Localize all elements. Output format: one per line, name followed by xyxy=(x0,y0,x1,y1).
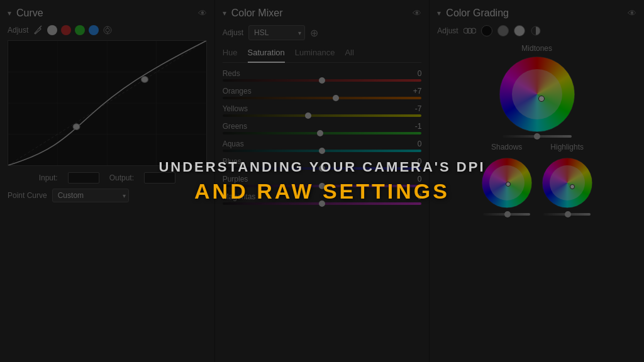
magentas-track[interactable] xyxy=(223,202,422,205)
greens-slider-row: Greens -1 xyxy=(223,122,422,134)
curve-adjust-icons xyxy=(33,25,113,35)
svg-point-16 xyxy=(471,28,476,33)
point-curve-select-wrapper[interactable]: Linear Medium Contrast Strong Contrast C… xyxy=(52,189,129,202)
color-mixer-header: ▾ Color Mixer 👁 xyxy=(223,8,422,19)
panels-container: ▾ Curve 👁 Adjust xyxy=(0,0,644,362)
tab-all[interactable]: All xyxy=(345,48,353,60)
aquas-slider-row: Aquas 0 xyxy=(223,140,422,152)
reds-track[interactable] xyxy=(223,79,422,82)
svg-point-22 xyxy=(550,165,585,200)
color-grading-chevron-icon[interactable]: ▾ xyxy=(437,9,441,18)
aquas-label: Aquas xyxy=(223,140,244,148)
midtones-label: Midtones xyxy=(521,44,552,53)
color-grading-eye-icon[interactable]: 👁 xyxy=(628,8,636,18)
highlights-wheel-dot[interactable] xyxy=(570,184,575,189)
curve-eye-icon[interactable]: 👁 xyxy=(198,8,207,18)
midtones-wheel[interactable] xyxy=(499,57,575,132)
blues-thumb[interactable] xyxy=(319,165,325,172)
gray-circle-button[interactable] xyxy=(497,25,509,36)
greens-label: Greens xyxy=(223,122,247,131)
oranges-value: +7 xyxy=(413,87,422,96)
color-mixer-chevron-icon[interactable]: ▾ xyxy=(223,9,226,18)
light-gray-circle-button[interactable] xyxy=(514,25,525,36)
purples-value: 0 xyxy=(418,175,422,184)
blues-slider-row: Blues 0 xyxy=(223,157,422,170)
tab-hue[interactable]: Hue xyxy=(223,48,238,60)
curve-panel: ▾ Curve 👁 Adjust xyxy=(0,0,215,362)
greens-track[interactable] xyxy=(223,132,422,134)
input-field[interactable] xyxy=(68,172,99,184)
oranges-thumb[interactable] xyxy=(333,95,339,101)
highlights-wheel[interactable] xyxy=(542,158,592,208)
curve-panel-title: Curve xyxy=(16,8,43,19)
color-grading-adjust-label: Adjust xyxy=(437,26,458,35)
color-grading-adjust-row: Adjust xyxy=(437,25,636,36)
color-mixer-adjust-label: Adjust xyxy=(223,28,243,37)
oranges-label: Oranges xyxy=(223,87,252,96)
shadows-wheel[interactable] xyxy=(482,158,532,208)
purples-track[interactable] xyxy=(223,185,422,187)
input-output-row: Input: Output: xyxy=(8,172,207,184)
curve-adjust-row: Adjust xyxy=(8,25,207,35)
output-field[interactable] xyxy=(144,172,175,184)
shadows-label: Shadows xyxy=(491,143,522,151)
reds-value: 0 xyxy=(418,69,422,78)
reds-thumb[interactable] xyxy=(319,77,325,84)
blue-circle-icon[interactable] xyxy=(89,25,99,35)
color-mixer-eye-icon[interactable]: 👁 xyxy=(413,8,421,18)
highlights-label: Highlights xyxy=(550,143,584,151)
color-grading-panel: ▾ Color Grading 👁 Adjust xyxy=(430,0,644,362)
magentas-label: Magentas xyxy=(223,192,256,201)
highlights-col: Highlights xyxy=(542,143,592,216)
purples-label: Purples xyxy=(223,175,248,184)
point-curve-label: Point Curve xyxy=(8,191,47,200)
yellows-thumb[interactable] xyxy=(305,112,311,119)
blues-label: Blues xyxy=(223,157,242,166)
hsl-select[interactable]: HSL HSB Mix xyxy=(248,25,305,40)
red-circle-icon[interactable] xyxy=(61,25,71,35)
half-circle-icon[interactable] xyxy=(530,25,541,36)
point-curve-select[interactable]: Linear Medium Contrast Strong Contrast C… xyxy=(52,189,129,202)
highlights-lum-slider[interactable] xyxy=(543,213,591,216)
brush-icon[interactable] xyxy=(33,25,43,35)
curve-title-group: ▾ Curve xyxy=(8,8,43,19)
aquas-thumb[interactable] xyxy=(319,148,325,154)
color-grading-panel-title: Color Grading xyxy=(446,8,509,19)
svg-point-2 xyxy=(106,28,109,32)
greens-thumb[interactable] xyxy=(317,130,323,136)
oranges-track[interactable] xyxy=(223,97,422,99)
magentas-value: 0 xyxy=(418,192,422,201)
green-circle-icon[interactable] xyxy=(75,25,85,35)
tab-saturation[interactable]: Saturation xyxy=(248,48,285,63)
magentas-thumb[interactable] xyxy=(319,200,325,207)
purples-thumb[interactable] xyxy=(319,183,325,189)
blues-track[interactable] xyxy=(223,167,422,170)
purples-slider-row: Purples 0 xyxy=(223,175,422,187)
curve-panel-header: ▾ Curve 👁 xyxy=(8,8,207,19)
point-curve-row: Point Curve Linear Medium Contrast Stron… xyxy=(8,189,207,202)
tab-luminance[interactable]: Luminance xyxy=(295,48,335,60)
shadows-col: Shadows xyxy=(482,143,532,216)
curve-chevron-icon[interactable]: ▾ xyxy=(8,9,11,18)
yellows-slider-row: Yellows -7 xyxy=(223,104,422,117)
black-circle-button[interactable] xyxy=(481,25,492,36)
midtones-lum-slider[interactable] xyxy=(502,135,572,138)
midtones-lum-thumb[interactable] xyxy=(534,133,540,140)
shadows-lum-thumb[interactable] xyxy=(504,211,511,217)
hsl-select-wrapper[interactable]: HSL HSB Mix xyxy=(248,25,305,40)
svg-point-13 xyxy=(142,76,148,82)
reds-label: Reds xyxy=(223,69,240,78)
color-mixer-plus-icon[interactable]: ⊕ xyxy=(310,27,318,39)
aquas-track[interactable] xyxy=(223,150,422,152)
curve-adjust-label: Adjust xyxy=(8,26,28,35)
white-circle-icon[interactable] xyxy=(47,25,57,35)
yellows-track[interactable] xyxy=(223,114,422,117)
highlights-lum-thumb[interactable] xyxy=(565,211,571,217)
color-grading-title-group: ▾ Color Grading xyxy=(437,8,509,19)
target-icon[interactable] xyxy=(103,25,113,35)
aquas-value: 0 xyxy=(418,140,422,148)
oranges-slider-row: Oranges +7 xyxy=(223,87,422,99)
shadows-lum-slider[interactable] xyxy=(483,213,530,216)
three-circles-icon[interactable] xyxy=(464,26,476,35)
curve-canvas[interactable] xyxy=(8,40,207,166)
